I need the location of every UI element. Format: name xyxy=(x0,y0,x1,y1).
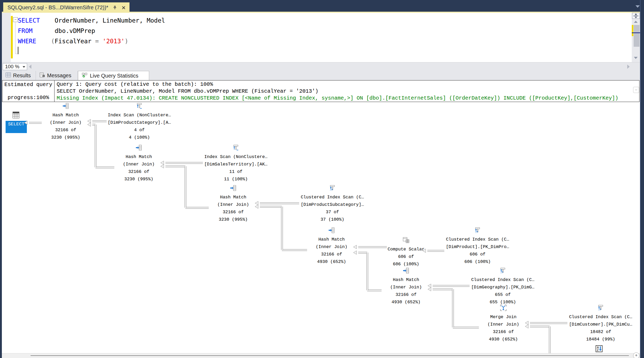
plan-arrow-segment xyxy=(427,250,444,252)
hash-match-icon xyxy=(135,144,142,151)
compute-scalar-icon xyxy=(403,237,409,244)
live-query-statistics-icon xyxy=(82,73,88,79)
index-scan-icon xyxy=(136,103,143,109)
plan-node-index-scan-sales-territory[interactable]: Index Scan (NonClustere… [DimSalesTerrit… xyxy=(196,153,276,183)
clustered-index-scan-icon xyxy=(597,304,604,311)
query-cost-header[interactable]: Query 1: Query cost (relative to the bat… xyxy=(54,80,639,102)
plan-scrollbar-thumb[interactable] xyxy=(31,355,629,356)
plan-arrowhead-icon xyxy=(24,121,28,125)
plan-arrow-segment xyxy=(165,162,203,164)
zoom-select[interactable]: 100 % xyxy=(3,63,27,70)
messages-icon xyxy=(40,73,45,79)
sql-code-line: SELECT OrderNumber, LineNumber, Model xyxy=(18,15,165,26)
sql-code-line: FROM dbo.vDMPrep xyxy=(18,26,165,36)
plan-node-hash-match-1[interactable]: Hash Match (Inner Join) 32166 of 3230 (9… xyxy=(26,112,106,141)
change-marker xyxy=(632,25,633,36)
scrollbar-thumb[interactable] xyxy=(634,25,639,47)
plan-arrowhead-icon xyxy=(87,122,91,127)
results-grid-icon xyxy=(6,73,11,79)
query-text-line: SELECT OrderNumber, LineNumber, Model FR… xyxy=(57,88,639,95)
zoom-caret-icon xyxy=(23,66,25,68)
plan-arrow-segment xyxy=(282,249,307,251)
plan-arrow-segment xyxy=(92,120,107,122)
plan-arrowhead-icon xyxy=(428,287,431,291)
plan-node-clustered-index-scan-geography[interactable]: Clustered Index Scan (C… [DimGeography].… xyxy=(463,276,543,306)
plan-arrow-segment xyxy=(29,122,42,124)
clustered-index-scan-icon xyxy=(329,185,336,191)
clustered-index-scan-icon xyxy=(499,267,506,274)
tab-live-query-statistics[interactable]: Live Query Statistics xyxy=(78,71,149,80)
plan-arrow-segment xyxy=(366,253,368,290)
plan-node-clustered-index-scan-product-subcategory[interactable]: Clustered Index Scan (C… [DimProductSubc… xyxy=(292,194,372,223)
hash-match-icon xyxy=(62,103,69,109)
plan-arrow-segment xyxy=(165,165,185,167)
plan-arrowhead-icon xyxy=(255,204,258,209)
svg-text:Z: Z xyxy=(597,349,599,352)
editor-zoom-strip: 100 % xyxy=(2,62,640,71)
plan-arrow-segment xyxy=(549,326,551,353)
tab-label: Messages xyxy=(47,73,71,79)
pin-icon[interactable] xyxy=(112,5,117,10)
plan-arrowhead-icon xyxy=(160,164,164,168)
plan-arrow-segment xyxy=(433,285,470,287)
plan-arrowhead-icon xyxy=(353,250,357,255)
hash-match-icon xyxy=(403,267,409,274)
hash-match-icon xyxy=(230,185,237,191)
plan-arrow-segment xyxy=(95,167,114,168)
plan-arrow-segment xyxy=(185,166,186,208)
select-grid-icon xyxy=(12,112,19,118)
plan-arrow-segment xyxy=(453,327,479,329)
header-collapse-button[interactable]: – xyxy=(633,87,639,93)
scroll-up-icon[interactable] xyxy=(634,21,638,23)
sql-code-line: WHERE (FiscalYear = '2013') xyxy=(18,36,165,46)
plan-arrow-segment xyxy=(358,252,367,254)
plan-arrow-segment xyxy=(281,207,283,250)
results-tab-bar: ResultsMessagesLive Query Statistics xyxy=(2,71,640,80)
plan-zoom-in-button[interactable]: + xyxy=(633,352,639,358)
document-tab-title: SQLQuery2.sql - BS...D\WarrenSifre (72))… xyxy=(7,5,108,11)
change-tracking-bar xyxy=(11,16,13,58)
plan-node-clustered-index-scan-product[interactable]: Clustered Index Scan (C… [DimProduct].[P… xyxy=(438,236,517,266)
plan-arrow-segment xyxy=(358,246,387,248)
index-scan-icon xyxy=(232,144,239,151)
plan-arrowhead-icon xyxy=(353,245,357,249)
plan-horizontal-scrollbar[interactable]: + xyxy=(2,353,640,358)
plan-arrow-segment xyxy=(530,322,567,324)
plan-arrow-segment xyxy=(452,289,454,327)
plan-node-index-scan-product-category[interactable]: Index Scan (NonClustere… [DimProductCate… xyxy=(99,112,179,141)
close-icon[interactable] xyxy=(122,6,126,10)
estimated-progress-line1: Estimated query xyxy=(3,82,54,88)
tab-results[interactable]: Results xyxy=(2,71,36,80)
text-caret xyxy=(18,47,18,54)
plan-node-select[interactable]: SELECT xyxy=(6,121,27,133)
fold-guide-line xyxy=(15,22,15,54)
plan-node-compute-scalar[interactable]: Compute Scalar 606 of 606 (100%) xyxy=(366,246,446,268)
sql-code[interactable]: SELECT OrderNumber, LineNumber, ModelFRO… xyxy=(18,15,165,46)
tab-messages[interactable]: Messages xyxy=(36,71,78,80)
tab-label: Results xyxy=(13,73,31,79)
document-list-caret-icon[interactable] xyxy=(635,5,640,8)
missing-index-line: Missing Index (Impact 47.0134): CREATE N… xyxy=(57,95,639,102)
window-left-border xyxy=(0,0,2,358)
plan-node-clustered-index-scan-customer[interactable]: Clustered Index Scan (C… [DimCustomer].[… xyxy=(561,313,640,343)
editor-indicator-margin xyxy=(2,13,11,62)
hscroll-left-icon[interactable] xyxy=(29,65,31,69)
plan-arrow-segment xyxy=(260,206,282,208)
merge-join-icon xyxy=(500,304,507,311)
plan-arrow-segment xyxy=(260,202,299,204)
editor-vertical-scrollbar[interactable] xyxy=(632,13,640,62)
hscroll-right-icon[interactable] xyxy=(627,65,630,69)
clustered-index-scan-icon xyxy=(474,227,481,234)
caret-position-marker xyxy=(632,32,640,33)
scroll-down-icon[interactable] xyxy=(634,57,638,59)
plan-arrow-segment xyxy=(367,289,382,291)
fold-collapse-icon[interactable]: − xyxy=(13,17,18,22)
sql-editor[interactable]: − SELECT OrderNumber, LineNumber, ModelF… xyxy=(2,13,632,62)
document-tab[interactable]: SQLQuery2.sql - BS...D\WarrenSifre (72))… xyxy=(3,2,129,13)
splitter-handle-icon[interactable] xyxy=(632,13,640,19)
estimated-progress-line2: progress:100% xyxy=(3,95,54,101)
plan-arrow-segment xyxy=(433,288,453,290)
execution-plan-canvas[interactable]: SELECTHash Match (Inner Join) 32166 of 3… xyxy=(2,102,640,353)
sort-icon: AZ xyxy=(596,345,603,352)
plan-arrowhead-icon xyxy=(525,324,529,329)
